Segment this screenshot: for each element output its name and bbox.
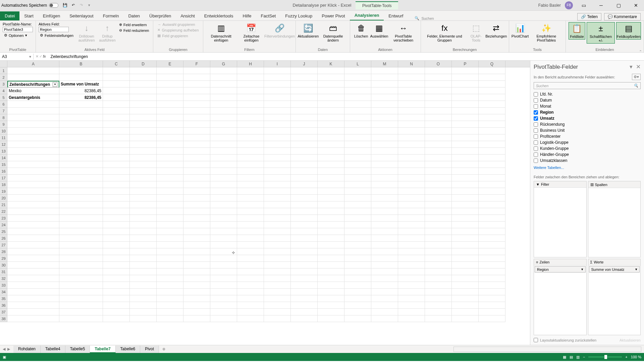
- close-icon[interactable]: ✕: [629, 1, 643, 10]
- cell[interactable]: [237, 108, 264, 114]
- cell[interactable]: [398, 141, 425, 148]
- cell[interactable]: [130, 108, 157, 114]
- cell[interactable]: [371, 134, 398, 141]
- cell[interactable]: [344, 215, 371, 222]
- cell[interactable]: [7, 114, 59, 121]
- cell[interactable]: [157, 309, 183, 315]
- cell[interactable]: [103, 201, 130, 208]
- cell[interactable]: [237, 74, 264, 81]
- cell[interactable]: [183, 262, 210, 268]
- cell[interactable]: [183, 148, 210, 155]
- cell[interactable]: [237, 134, 264, 141]
- cell[interactable]: [130, 74, 157, 81]
- cell[interactable]: [183, 175, 210, 181]
- cell[interactable]: [318, 128, 344, 134]
- row-header[interactable]: 29: [0, 255, 7, 262]
- cell[interactable]: [183, 208, 210, 215]
- fx-icon[interactable]: fx: [43, 54, 46, 59]
- cell[interactable]: [237, 175, 264, 181]
- field-item[interactable]: Händler-Gruppe: [534, 152, 641, 158]
- cell[interactable]: [479, 161, 505, 168]
- cell[interactable]: [398, 67, 425, 74]
- cell[interactable]: [210, 128, 237, 134]
- cell[interactable]: [130, 168, 157, 175]
- cell[interactable]: [237, 101, 264, 108]
- cell[interactable]: [452, 114, 479, 121]
- cell[interactable]: [210, 195, 237, 201]
- cell[interactable]: [7, 128, 59, 134]
- sheet-tab[interactable]: Tabelle7: [90, 346, 115, 353]
- cell[interactable]: [210, 282, 237, 289]
- cell[interactable]: [103, 228, 130, 235]
- cell[interactable]: [371, 215, 398, 222]
- col-header-Q[interactable]: Q: [479, 61, 505, 67]
- cell[interactable]: [130, 121, 157, 128]
- cell[interactable]: [59, 188, 103, 195]
- field-item[interactable]: Datum: [534, 97, 641, 103]
- cell[interactable]: [264, 134, 291, 141]
- cell[interactable]: [398, 128, 425, 134]
- cell[interactable]: [210, 94, 237, 101]
- cell[interactable]: [7, 295, 59, 302]
- cell[interactable]: [210, 81, 237, 87]
- cell[interactable]: [344, 121, 371, 128]
- cell[interactable]: [103, 268, 130, 275]
- cell[interactable]: [130, 248, 157, 255]
- cell[interactable]: [425, 134, 452, 141]
- cell[interactable]: [318, 295, 344, 302]
- cell[interactable]: [479, 155, 505, 161]
- cell[interactable]: [318, 74, 344, 81]
- cell[interactable]: [318, 181, 344, 188]
- cell[interactable]: [425, 121, 452, 128]
- cell[interactable]: [59, 315, 103, 322]
- cell[interactable]: [371, 242, 398, 248]
- col-header-K[interactable]: K: [318, 61, 344, 67]
- cell[interactable]: [103, 168, 130, 175]
- cell[interactable]: [183, 201, 210, 208]
- row-header[interactable]: 6: [0, 101, 7, 108]
- cell[interactable]: [210, 302, 237, 309]
- area-values-item[interactable]: Summe von Umsatz▾: [589, 266, 640, 273]
- cell[interactable]: [371, 155, 398, 161]
- field-checkbox[interactable]: [534, 140, 538, 145]
- cell[interactable]: [425, 101, 452, 108]
- cell[interactable]: [398, 302, 425, 309]
- cell[interactable]: [237, 81, 264, 87]
- cell[interactable]: [103, 67, 130, 74]
- cell[interactable]: [291, 302, 318, 309]
- cell[interactable]: [344, 309, 371, 315]
- cell[interactable]: [157, 134, 183, 141]
- field-checkbox[interactable]: [534, 104, 538, 109]
- cell[interactable]: [210, 315, 237, 322]
- cell[interactable]: [318, 228, 344, 235]
- cell[interactable]: [130, 94, 157, 101]
- horizontal-scrollbar[interactable]: [453, 347, 641, 352]
- cell[interactable]: [59, 235, 103, 242]
- row-header[interactable]: 34: [0, 289, 7, 295]
- cell[interactable]: [479, 188, 505, 195]
- cell[interactable]: [7, 309, 59, 315]
- cell[interactable]: [318, 155, 344, 161]
- beziehungen-button[interactable]: ⇄Beziehungen: [486, 22, 506, 39]
- cell[interactable]: [398, 282, 425, 289]
- cell[interactable]: [318, 248, 344, 255]
- cell[interactable]: [479, 302, 505, 309]
- cell[interactable]: [59, 101, 103, 108]
- cell[interactable]: [237, 201, 264, 208]
- field-checkbox[interactable]: [534, 159, 538, 163]
- ribbon-display-icon[interactable]: ▭: [577, 1, 590, 10]
- cell[interactable]: [479, 222, 505, 228]
- cell[interactable]: [318, 222, 344, 228]
- col-header-L[interactable]: L: [344, 61, 371, 67]
- view-normal-icon[interactable]: ▦: [563, 355, 566, 359]
- cell[interactable]: [157, 108, 183, 114]
- cell[interactable]: [479, 134, 505, 141]
- cell[interactable]: [59, 222, 103, 228]
- tab-factset[interactable]: FactSet: [256, 11, 281, 20]
- cell[interactable]: [7, 101, 59, 108]
- cell[interactable]: 82386,45: [59, 87, 103, 94]
- cell[interactable]: [371, 295, 398, 302]
- cell[interactable]: Summe von Umsatz: [59, 81, 103, 87]
- cell[interactable]: [479, 74, 505, 81]
- cell[interactable]: [318, 134, 344, 141]
